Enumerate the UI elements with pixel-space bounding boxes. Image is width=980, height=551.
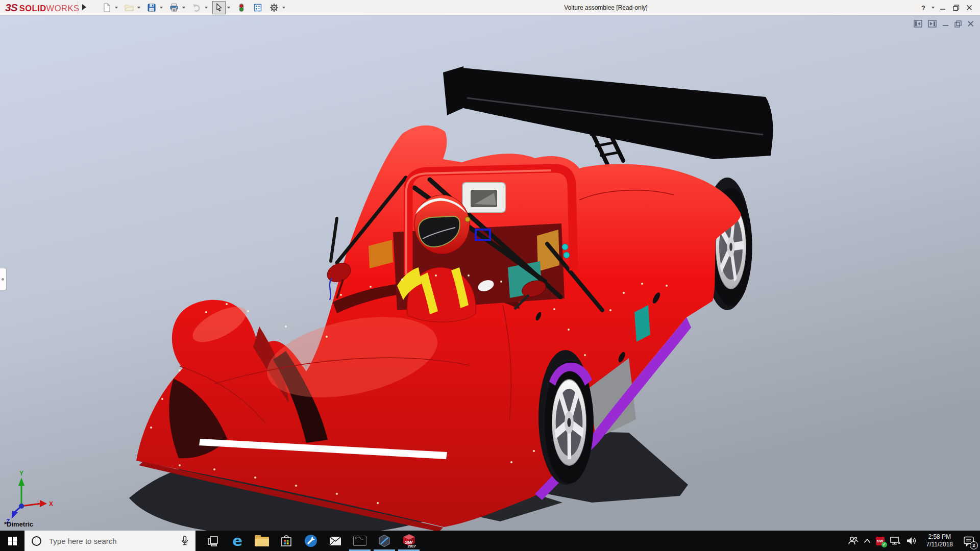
tray-time: 2:58 PM [928, 533, 951, 541]
wrench-circle-icon [304, 534, 317, 547]
print-icon [169, 3, 179, 12]
system-tray: SW ✓ 2:58 PM 7/11/2018 [845, 531, 978, 551]
rear-view-mirror [462, 183, 505, 212]
axis-x-label: X [49, 500, 53, 508]
doc-close-button[interactable] [967, 20, 974, 27]
new-dropdown-caret[interactable] [113, 1, 119, 14]
window-title: Voiture assomblee [Read-only] [564, 4, 647, 11]
tray-date: 7/11/2018 [926, 541, 953, 548]
open-dropdown-caret[interactable] [136, 1, 142, 14]
minimize-icon [940, 5, 946, 11]
amber-panel [537, 230, 559, 271]
save-button[interactable] [145, 1, 158, 14]
solidworks-tray-button[interactable]: SW ✓ [873, 531, 887, 551]
brand-works: WORKS [46, 4, 80, 13]
task-view-button[interactable] [201, 531, 225, 551]
command-prompt-icon: C:\_ [353, 536, 366, 546]
dassault-logo-mark: 3S [5, 2, 17, 14]
sw-year: 2017 [407, 544, 416, 548]
taskbar-search-input[interactable]: Type here to search [24, 531, 195, 551]
new-document-button[interactable] [100, 1, 113, 14]
gear-icon [270, 3, 279, 12]
file-properties-button[interactable] [251, 1, 264, 14]
close-button[interactable] [963, 1, 976, 14]
close-icon [966, 5, 972, 11]
collapse-left-pane-button[interactable] [914, 20, 922, 28]
doc-minimize-button[interactable] [942, 20, 949, 27]
graphics-viewport[interactable]: Y X Z [0, 15, 980, 531]
restore-icon [953, 5, 960, 11]
sw-letters: SW [405, 539, 413, 545]
taskbar-command-prompt-button[interactable]: C:\_ [348, 531, 372, 551]
collapsed-panel-tab[interactable] [0, 268, 7, 290]
toolbar-separator [78, 1, 78, 14]
search-placeholder: Type here to search [49, 537, 181, 545]
mail-icon [329, 536, 341, 546]
save-floppy-icon [147, 3, 156, 12]
doc-restore-icon [954, 20, 962, 28]
select-dropdown-caret[interactable] [226, 1, 232, 14]
hexagon-app-icon [378, 534, 391, 547]
clock-button[interactable]: 2:58 PM 7/11/2018 [920, 531, 960, 551]
volume-button[interactable] [903, 531, 920, 551]
network-button[interactable] [887, 531, 903, 551]
restore-button[interactable] [949, 1, 963, 14]
traffic-light-icon [237, 3, 246, 12]
notification-badge: 2 [970, 541, 978, 549]
open-folder-icon [125, 3, 134, 12]
task-view-icon [207, 535, 219, 547]
open-button[interactable] [122, 1, 136, 14]
main-toolbar [100, 1, 287, 14]
people-icon [847, 536, 859, 546]
save-dropdown-caret[interactable] [158, 1, 164, 14]
doc-minimize-icon [942, 20, 949, 27]
minimize-button[interactable] [936, 1, 949, 14]
people-button[interactable] [845, 531, 861, 551]
file-explorer-icon [255, 535, 269, 546]
brand-solid: SOLID [19, 4, 46, 13]
solidworks-app-icon: SW 2017 [402, 534, 416, 548]
taskbar-file-explorer-button[interactable] [250, 531, 274, 551]
undo-icon [192, 3, 201, 12]
chevron-up-icon [864, 538, 871, 543]
print-dropdown-caret[interactable] [181, 1, 187, 14]
taskbar-edge-button[interactable]: e [225, 531, 250, 551]
taskbar-apps: e [201, 531, 421, 551]
undo-button[interactable] [190, 1, 203, 14]
view-orientation-label: *Dimetric [4, 520, 33, 528]
3d-scene: Y X Z [0, 15, 980, 531]
taskbar-solidworks-button[interactable]: SW 2017 [397, 531, 421, 551]
driver-helmet [414, 195, 470, 254]
doc-restore-button[interactable] [954, 20, 962, 28]
windows-taskbar: Type here to search e [0, 531, 980, 551]
print-button[interactable] [167, 1, 181, 14]
taskbar-settings-tool-button[interactable] [299, 531, 323, 551]
help-dropdown-caret[interactable] [930, 1, 936, 14]
windows-logo-icon [8, 537, 17, 545]
options-button[interactable] [267, 1, 281, 14]
taskbar-store-button[interactable] [274, 531, 299, 551]
pane-right-icon [928, 20, 937, 28]
hidden-icons-chevron[interactable] [861, 531, 873, 551]
start-button[interactable] [0, 531, 24, 551]
doc-close-icon [967, 20, 974, 27]
help-button[interactable]: ? [917, 1, 930, 14]
cortana-icon [32, 536, 41, 546]
expand-right-pane-button[interactable] [928, 20, 937, 28]
solidworks-tray-icon: SW ✓ [876, 537, 885, 545]
pane-left-icon [914, 20, 922, 28]
rebuild-button[interactable] [235, 1, 248, 14]
toolbar-flyout-arrow-icon[interactable] [82, 4, 86, 10]
taskbar-mail-button[interactable] [323, 531, 348, 551]
speaker-icon [906, 536, 917, 545]
taskbar-hexagon-app-button[interactable] [372, 531, 397, 551]
undo-dropdown-caret[interactable] [203, 1, 209, 14]
select-cursor-icon [214, 3, 224, 12]
store-icon [280, 534, 292, 547]
title-bar: 3S SOLID WORKS [0, 0, 980, 15]
microphone-icon [181, 536, 189, 546]
options-dropdown-caret[interactable] [281, 1, 287, 14]
select-tool-button[interactable] [212, 1, 226, 14]
action-center-button[interactable]: 2 [960, 531, 978, 551]
edge-icon: e [232, 534, 242, 548]
